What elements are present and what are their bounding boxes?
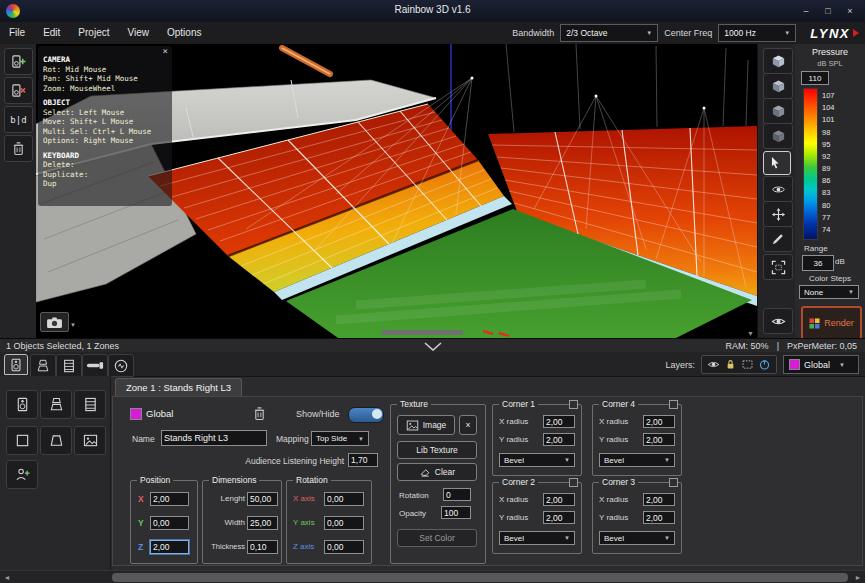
bd-tool-button[interactable]: b|d [4,106,33,133]
thickness-input[interactable] [247,540,278,554]
render-button[interactable]: Render [801,306,862,340]
selection-box-icon[interactable] [741,358,754,371]
rotation-y-input[interactable] [324,516,364,530]
library-cabinet-button[interactable] [6,390,38,419]
minimize-button[interactable]: – [795,0,817,22]
position-y-input[interactable] [150,516,189,530]
library-plane-button[interactable] [6,426,38,455]
corner-2-bevel-select[interactable]: Bevel ▼ [499,531,575,545]
library-array-button[interactable] [40,390,72,419]
texture-group: Texture Image × Lib Texture Clear Rotati… [390,404,486,564]
corner-2-y-radius-input[interactable] [543,511,575,524]
menu-file[interactable]: File [0,22,34,44]
zone-color-swatch[interactable] [130,408,142,420]
library-listener-button[interactable] [6,460,38,489]
close-button[interactable]: × [839,0,861,22]
corner-1-link-checkbox[interactable] [569,400,578,409]
tab-arrays[interactable] [30,354,56,377]
tab-cabinets[interactable] [4,354,28,375]
scroll-right-button[interactable]: ► [851,571,865,583]
center-freq-select[interactable]: 1000 Hz ▼ [718,24,796,42]
screenshot-button[interactable] [40,312,69,332]
viewport-scroll-down-icon[interactable]: ▼ [747,330,754,337]
tab-racks[interactable] [56,354,82,377]
corner-4-x-radius-input[interactable] [643,415,675,428]
menu-options[interactable]: Options [158,22,210,44]
view-cube-iso-button[interactable] [763,123,793,149]
layer-select[interactable]: Global ▼ [783,355,859,374]
library-trapezoid-button[interactable] [40,426,72,455]
select-tool-button[interactable] [763,151,791,175]
scroll-left-button[interactable]: ◄ [0,571,14,583]
corner-1-x-radius-input[interactable] [543,415,575,428]
remove-speaker-button[interactable] [4,77,33,104]
corner-4-link-checkbox[interactable] [669,400,678,409]
power-icon[interactable] [758,358,771,371]
rotation-group: Rotation X axis Y axis Z axis [286,480,372,564]
visibility-button[interactable] [763,308,793,334]
orbit-tool-button[interactable] [763,176,793,202]
corner-2-x-radius-input[interactable] [543,493,575,506]
length-input[interactable] [247,492,278,506]
corner-4-y-radius-input[interactable] [643,433,675,446]
eye-icon[interactable] [707,358,720,371]
screenshot-options-caret[interactable]: ▼ [70,322,76,328]
view-cube-top-button[interactable] [763,98,793,124]
overlay-close-icon[interactable]: × [163,47,168,56]
fit-view-button[interactable] [763,254,793,280]
delete-zone-button[interactable] [250,404,268,422]
cube-icon [771,104,786,119]
add-speaker-button[interactable] [4,48,33,75]
menu-project[interactable]: Project [69,22,118,44]
lock-icon[interactable] [724,358,737,371]
draw-tool-button[interactable] [763,226,793,252]
corner-3-x-radius-input[interactable] [643,493,675,506]
corner-2-link-checkbox[interactable] [569,478,578,487]
move-tool-button[interactable] [763,201,793,227]
show-hide-toggle[interactable] [348,407,384,423]
width-input[interactable] [247,516,278,530]
lib-texture-button[interactable]: Lib Texture [397,441,477,459]
color-steps-select[interactable]: None ▼ [799,285,859,299]
viewport-3d[interactable]: × CAMERA Rot: Mid Mouse Pan: Shift+ Mid … [36,44,757,338]
corner-3-y-radius-input[interactable] [643,511,675,524]
zone-tab[interactable]: Zone 1 : Stands Right L3 [115,378,242,397]
opacity-input[interactable] [441,506,471,519]
view-cube-side-button[interactable] [763,73,793,99]
library-image-button[interactable] [74,426,106,455]
spl-tick: 98 [822,128,835,137]
menu-view[interactable]: View [118,22,158,44]
corner-1-y-radius-input[interactable] [543,433,575,446]
collapse-panel-chevron-icon[interactable] [424,342,442,351]
menu-edit[interactable]: Edit [34,22,69,44]
library-rack-button[interactable] [74,390,106,419]
audience-listening-height-input[interactable] [348,453,378,467]
texture-rotation-input[interactable] [443,488,471,501]
mapping-select[interactable]: Top Side ▼ [311,431,369,446]
spl-max-input[interactable] [801,71,829,85]
bandwidth-select[interactable]: 2/3 Octave ▼ [560,24,658,42]
range-input[interactable] [802,255,834,271]
position-x-input[interactable] [150,492,189,506]
tab-rigging[interactable] [82,354,108,377]
texture-remove-button[interactable]: × [459,415,477,435]
corner-1-bevel-select[interactable]: Bevel ▼ [499,453,575,467]
maximize-button[interactable]: □ [817,0,839,22]
view-cube-front-button[interactable] [763,48,793,74]
overlay-line: Zoom: MouseWheel [43,84,167,94]
clear-texture-button[interactable]: Clear [397,463,477,481]
position-z-input[interactable] [150,540,189,554]
tab-dsp[interactable] [108,354,134,377]
viewport-hscroll-thumb[interactable] [381,330,463,335]
corner-3-link-checkbox[interactable] [669,478,678,487]
rotation-z-input[interactable] [324,540,364,554]
set-color-button[interactable]: Set Color [397,529,477,547]
corner-4-bevel-select[interactable]: Bevel ▼ [599,453,675,467]
scrollbar-thumb[interactable] [112,573,848,582]
rotation-x-input[interactable] [324,492,364,506]
zone-name-input[interactable] [161,430,267,446]
texture-image-button[interactable]: Image [397,415,455,435]
corner-3-bevel-select[interactable]: Bevel ▼ [599,531,675,545]
delete-object-button[interactable] [4,135,33,162]
overlay-line: Delete: [43,160,167,170]
